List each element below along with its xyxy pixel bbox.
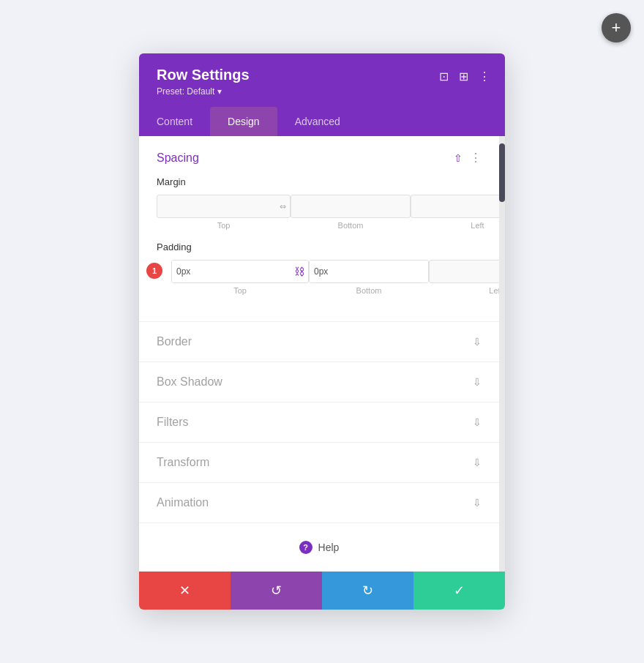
filters-section-title: Filters — [157, 416, 189, 429]
help-section: ? Help — [139, 523, 499, 572]
tab-design[interactable]: Design — [210, 107, 277, 136]
tab-advanced[interactable]: Advanced — [277, 107, 358, 136]
fab-button[interactable]: + — [602, 13, 631, 42]
margin-left-group: ⇔ Left — [411, 195, 499, 230]
margin-bottom-group: Bottom — [291, 195, 411, 230]
spacing-section-icons: ⇧ ⋮ — [454, 151, 482, 165]
margin-top-group: ⇔ Top — [157, 195, 291, 230]
header-left: Row Settings Preset: Default ▾ — [157, 67, 250, 97]
box-shadow-section-title: Box Shadow — [157, 375, 222, 389]
chain-link-icon[interactable]: ⛓ — [291, 266, 308, 277]
padding-row: 1 ⛓ Top Bo — [157, 260, 482, 295]
help-icon: ? — [299, 541, 312, 554]
help-text[interactable]: Help — [318, 542, 340, 553]
chevron-up-icon[interactable]: ⇧ — [454, 152, 463, 164]
margin-left-label: Left — [471, 221, 484, 230]
margin-top-input[interactable] — [157, 195, 276, 217]
tab-content[interactable]: Content — [139, 107, 210, 136]
scrollbar-thumb[interactable] — [499, 143, 505, 202]
border-section: Border ⇩ — [139, 322, 499, 362]
modal-footer: ✕ ↺ ↻ ✓ — [139, 572, 505, 610]
modal-preset[interactable]: Preset: Default ▾ — [157, 86, 250, 97]
padding-bottom-group: Bottom — [309, 260, 429, 295]
margin-label: Margin — [157, 176, 482, 187]
margin-bottom-label: Bottom — [338, 221, 364, 230]
border-section-title: Border — [157, 335, 192, 348]
padding-left-input[interactable] — [430, 261, 499, 282]
modal-tabs: Content Design Advanced — [139, 107, 505, 136]
padding-bottom-input-wrap — [309, 260, 429, 283]
border-section-header[interactable]: Border ⇩ — [157, 335, 482, 348]
padding-top-input-wrap: ⛓ — [171, 260, 309, 283]
spacing-section: Spacing ⇧ ⋮ Margin ⇔ — [139, 136, 499, 322]
transform-section-header[interactable]: Transform ⇩ — [157, 456, 482, 469]
columns-icon[interactable]: ⊞ — [459, 70, 468, 83]
padding-top-group: ⛓ Top — [171, 260, 309, 295]
margin-left-input[interactable] — [411, 195, 499, 217]
more-icon[interactable]: ⋮ — [479, 70, 490, 83]
padding-bottom-label: Bottom — [356, 286, 382, 295]
filters-chevron-icon[interactable]: ⇩ — [473, 416, 482, 428]
box-shadow-chevron-icon[interactable]: ⇩ — [473, 376, 482, 388]
border-chevron-icon[interactable]: ⇩ — [473, 336, 482, 348]
animation-section: Animation ⇩ — [139, 483, 499, 523]
filters-section-header[interactable]: Filters ⇩ — [157, 416, 482, 429]
padding-label: Padding — [157, 241, 482, 252]
box-shadow-section-header[interactable]: Box Shadow ⇩ — [157, 375, 482, 389]
modal-body: Spacing ⇧ ⋮ Margin ⇔ — [139, 136, 505, 572]
animation-section-header[interactable]: Animation ⇩ — [157, 496, 482, 509]
spacing-section-header[interactable]: Spacing ⇧ ⋮ — [157, 151, 482, 165]
redo-button[interactable]: ↻ — [322, 572, 413, 610]
three-dot-icon[interactable]: ⋮ — [470, 151, 482, 165]
margin-row: ⇔ Top Bottom — [157, 195, 482, 230]
spacing-section-title: Spacing — [157, 151, 199, 165]
modal-title: Row Settings — [157, 67, 250, 83]
header-icons: ⊡ ⊞ ⋮ — [439, 70, 490, 83]
scrollbar-track[interactable] — [499, 136, 505, 572]
transform-section-title: Transform — [157, 456, 209, 469]
margin-bottom-input-wrap — [291, 195, 411, 218]
save-button[interactable]: ✓ — [413, 572, 505, 610]
animation-section-title: Animation — [157, 496, 209, 509]
plus-icon: + — [612, 18, 621, 37]
undo-button[interactable]: ↺ — [231, 572, 322, 610]
margin-top-input-wrap: ⇔ — [157, 195, 291, 218]
padding-left-label: Left — [489, 286, 499, 295]
number-badge: 1 — [146, 263, 162, 279]
transform-section: Transform ⇩ — [139, 443, 499, 483]
row-settings-modal: Row Settings Preset: Default ▾ ⊡ ⊞ ⋮ Con… — [139, 53, 505, 610]
modal-content: Spacing ⇧ ⋮ Margin ⇔ — [139, 136, 499, 572]
transform-chevron-icon[interactable]: ⇩ — [473, 457, 482, 468]
box-shadow-section: Box Shadow ⇩ — [139, 362, 499, 402]
padding-bottom-input[interactable] — [310, 261, 428, 282]
filters-section: Filters ⇩ — [139, 402, 499, 443]
focus-icon[interactable]: ⊡ — [439, 70, 449, 83]
modal-header: Row Settings Preset: Default ▾ ⊡ ⊞ ⋮ — [139, 53, 505, 107]
cancel-button[interactable]: ✕ — [139, 572, 231, 610]
spacing-content: Margin ⇔ Top — [157, 165, 482, 295]
link-icon-top: ⇔ — [276, 202, 290, 211]
padding-top-input[interactable] — [172, 261, 291, 282]
margin-top-label: Top — [217, 221, 231, 230]
animation-chevron-icon[interactable]: ⇩ — [473, 497, 482, 509]
margin-left-input-wrap: ⇔ — [411, 195, 499, 218]
padding-left-group: ⇔ Left — [429, 260, 499, 295]
padding-top-label: Top — [233, 286, 247, 295]
margin-bottom-input[interactable] — [291, 195, 410, 217]
padding-left-input-wrap: ⇔ — [429, 260, 499, 283]
